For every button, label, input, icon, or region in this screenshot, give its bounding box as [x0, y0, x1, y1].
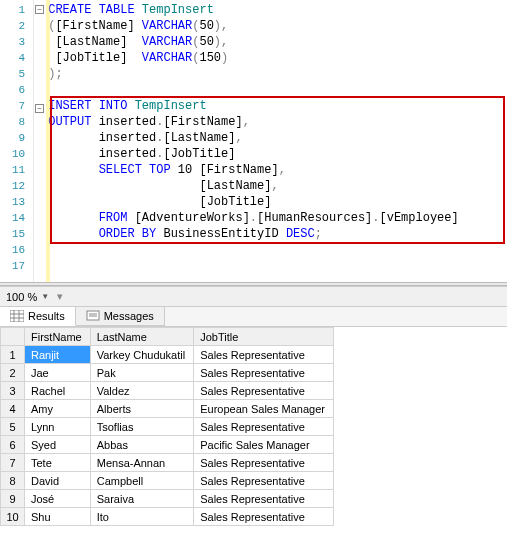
code-line[interactable]: );	[46, 66, 507, 82]
cell[interactable]: European Sales Manager	[194, 400, 334, 418]
cell[interactable]: Sales Representative	[194, 508, 334, 526]
row-number[interactable]: 5	[1, 418, 25, 436]
cell[interactable]: Mensa-Annan	[90, 454, 193, 472]
code-line[interactable]: [LastName] VARCHAR(50),	[46, 34, 507, 50]
table-row[interactable]: 8DavidCampbellSales Representative	[1, 472, 334, 490]
code-line[interactable]: SELECT TOP 10 [FirstName],	[46, 162, 507, 178]
code-line[interactable]: [LastName],	[46, 178, 507, 194]
line-number: 13	[0, 194, 33, 210]
cell[interactable]: Saraiva	[90, 490, 193, 508]
table-row[interactable]: 2JaePakSales Representative	[1, 364, 334, 382]
code-line[interactable]: [JobTitle] VARCHAR(150)	[46, 50, 507, 66]
cell[interactable]: David	[25, 472, 91, 490]
line-number: 5	[0, 66, 33, 82]
table-row[interactable]: 7TeteMensa-AnnanSales Representative	[1, 454, 334, 472]
column-header[interactable]: LastName	[90, 328, 193, 346]
cell[interactable]: Ranjit	[25, 346, 91, 364]
row-number[interactable]: 1	[1, 346, 25, 364]
cell[interactable]: Shu	[25, 508, 91, 526]
cell[interactable]: Ito	[90, 508, 193, 526]
row-number[interactable]: 2	[1, 364, 25, 382]
outline-column: −−	[34, 0, 46, 282]
results-grid-icon	[10, 310, 24, 322]
row-number[interactable]: 9	[1, 490, 25, 508]
code-line[interactable]: INSERT INTO TempInsert	[46, 98, 507, 114]
line-number: 17	[0, 258, 33, 274]
column-header[interactable]: JobTitle	[194, 328, 334, 346]
zoom-dropdown-icon[interactable]: ▼	[41, 292, 49, 301]
table-row[interactable]: 9JoséSaraivaSales Representative	[1, 490, 334, 508]
cell[interactable]: Abbas	[90, 436, 193, 454]
line-number: 8	[0, 114, 33, 130]
table-row[interactable]: 1RanjitVarkey ChudukatilSales Representa…	[1, 346, 334, 364]
code-line[interactable]: FROM [AdventureWorks].[HumanResources].[…	[46, 210, 507, 226]
cell[interactable]: Syed	[25, 436, 91, 454]
line-number: 7	[0, 98, 33, 114]
line-number: 11	[0, 162, 33, 178]
code-line[interactable]: ([FirstName] VARCHAR(50),	[46, 18, 507, 34]
cell[interactable]: Sales Representative	[194, 346, 334, 364]
cell[interactable]: Amy	[25, 400, 91, 418]
table-row[interactable]: 5LynnTsofliasSales Representative	[1, 418, 334, 436]
line-number: 1	[0, 2, 33, 18]
table-row[interactable]: 4AmyAlbertsEuropean Sales Manager	[1, 400, 334, 418]
column-header[interactable]: FirstName	[25, 328, 91, 346]
cell[interactable]: Varkey Chudukatil	[90, 346, 193, 364]
cell[interactable]: José	[25, 490, 91, 508]
messages-icon	[86, 310, 100, 322]
code-line[interactable]: ORDER BY BusinessEntityID DESC;	[46, 226, 507, 242]
row-number[interactable]: 3	[1, 382, 25, 400]
row-number[interactable]: 6	[1, 436, 25, 454]
row-number[interactable]: 7	[1, 454, 25, 472]
code-line[interactable]: [JobTitle]	[46, 194, 507, 210]
tab-messages[interactable]: Messages	[76, 307, 165, 326]
cell[interactable]: Sales Representative	[194, 418, 334, 436]
code-line[interactable]	[46, 258, 507, 274]
cell[interactable]: Jae	[25, 364, 91, 382]
line-number: 14	[0, 210, 33, 226]
line-number: 9	[0, 130, 33, 146]
line-number: 2	[0, 18, 33, 34]
line-number-gutter: 1234567891011121314151617	[0, 0, 34, 282]
cell[interactable]: Tsoflias	[90, 418, 193, 436]
cell[interactable]: Sales Representative	[194, 454, 334, 472]
cell[interactable]: Sales Representative	[194, 472, 334, 490]
cell[interactable]: Alberts	[90, 400, 193, 418]
code-line[interactable]: CREATE TABLE TempInsert	[46, 2, 507, 18]
cell[interactable]: Sales Representative	[194, 382, 334, 400]
zoom-value[interactable]: 100 %	[6, 291, 37, 303]
cell[interactable]: Lynn	[25, 418, 91, 436]
table-row[interactable]: 3RachelValdezSales Representative	[1, 382, 334, 400]
cell[interactable]: Pak	[90, 364, 193, 382]
line-number: 4	[0, 50, 33, 66]
code-line[interactable]: OUTPUT inserted.[FirstName],	[46, 114, 507, 130]
sql-editor[interactable]: 1234567891011121314151617 −− CREATE TABL…	[0, 0, 507, 282]
code-line[interactable]	[46, 82, 507, 98]
cell[interactable]: Campbell	[90, 472, 193, 490]
zoom-divider: ▾	[57, 290, 63, 303]
collapse-toggle[interactable]: −	[35, 5, 44, 14]
cell[interactable]: Sales Representative	[194, 364, 334, 382]
code-line[interactable]	[46, 242, 507, 258]
line-number: 3	[0, 34, 33, 50]
cell[interactable]: Sales Representative	[194, 490, 334, 508]
line-number: 6	[0, 82, 33, 98]
code-line[interactable]: inserted.[LastName],	[46, 130, 507, 146]
tab-messages-label: Messages	[104, 310, 154, 322]
cell[interactable]: Tete	[25, 454, 91, 472]
results-grid[interactable]: FirstNameLastNameJobTitle1RanjitVarkey C…	[0, 326, 507, 526]
cell[interactable]: Rachel	[25, 382, 91, 400]
svg-rect-0	[10, 310, 24, 322]
code-area[interactable]: CREATE TABLE TempInsert([FirstName] VARC…	[46, 0, 507, 282]
row-number[interactable]: 10	[1, 508, 25, 526]
cell[interactable]: Valdez	[90, 382, 193, 400]
results-tabstrip: Results Messages	[0, 306, 507, 326]
cell[interactable]: Pacific Sales Manager	[194, 436, 334, 454]
row-number[interactable]: 8	[1, 472, 25, 490]
code-line[interactable]: inserted.[JobTitle]	[46, 146, 507, 162]
tab-results[interactable]: Results	[0, 307, 76, 326]
row-number[interactable]: 4	[1, 400, 25, 418]
collapse-toggle[interactable]: −	[35, 104, 44, 113]
table-row[interactable]: 6SyedAbbasPacific Sales Manager	[1, 436, 334, 454]
table-row[interactable]: 10ShuItoSales Representative	[1, 508, 334, 526]
